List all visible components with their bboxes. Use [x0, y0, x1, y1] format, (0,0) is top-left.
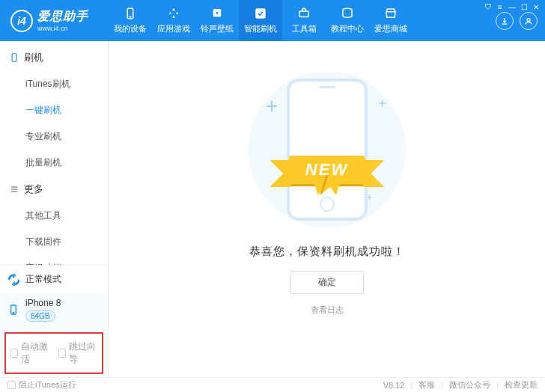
phone-illustration [287, 79, 368, 221]
flash-options-highlight: 自动激活 跳过向导 [4, 332, 103, 374]
check-update-link[interactable]: 检查更新 [505, 379, 538, 391]
wechat-link[interactable]: 微信公众号 [449, 379, 490, 391]
device-name: iPhone 8 [25, 298, 61, 308]
app-url: www.i4.cn [37, 25, 88, 32]
flash-icon [254, 7, 267, 20]
skip-guide-checkbox[interactable]: 跳过向导 [58, 340, 97, 366]
sidebar-group-flash[interactable]: 刷机 [0, 44, 108, 71]
sidebar-item-other-tools[interactable]: 其他工具 [0, 203, 108, 229]
nav-smart-flash[interactable]: 智能刷机 [239, 0, 282, 41]
storage-badge: 64GB [25, 310, 55, 322]
apps-icon [167, 7, 180, 20]
svg-rect-4 [255, 8, 266, 19]
main-content: NEW 恭喜您，保资料刷机成功啦！ 确定 查看日志 [109, 41, 545, 377]
store-icon [384, 7, 398, 20]
help-icon [341, 7, 354, 20]
nav-store[interactable]: 爱思商城 [369, 0, 412, 41]
main-nav: 我的设备 应用游戏 铃声壁纸 智能刷机 工具箱 教程中心 爱思商城 [109, 0, 412, 41]
download-button[interactable] [496, 12, 514, 30]
device-icon [124, 7, 137, 20]
new-ribbon: NEW [289, 156, 365, 184]
sidebar-item-onekey-flash[interactable]: 一键刷机 [0, 97, 108, 123]
sidebar-item-itunes-flash[interactable]: iTunes刷机 [0, 71, 108, 97]
ok-button[interactable]: 确定 [290, 271, 364, 294]
logo-icon: i4 [10, 10, 33, 32]
success-illustration: NEW [249, 71, 406, 228]
block-itunes-checkbox[interactable]: 阻止iTunes运行 [7, 379, 76, 391]
svg-point-12 [13, 312, 13, 313]
svg-point-3 [216, 12, 219, 14]
service-link[interactable]: 客服 [418, 379, 435, 391]
svg-point-6 [527, 18, 530, 21]
titlebar: i4 爱思助手 www.i4.cn 我的设备 应用游戏 铃声壁纸 智能刷机 工具… [0, 0, 545, 41]
cart-icon[interactable]: ⛉ [484, 2, 493, 11]
auto-activate-checkbox[interactable]: 自动激活 [10, 340, 49, 366]
toolbox-icon [297, 7, 311, 20]
nav-my-device[interactable]: 我的设备 [109, 0, 152, 41]
version-label: V8.12 [383, 381, 405, 390]
user-button[interactable] [520, 12, 538, 30]
ringtone-icon [210, 7, 224, 20]
svg-rect-5 [299, 11, 308, 17]
sidebar-group-more[interactable]: 更多 [0, 176, 108, 203]
sidebar: 刷机 iTunes刷机 一键刷机 专业刷机 批量刷机 更多 其他工具 下载固件 … [0, 41, 109, 377]
nav-toolbox[interactable]: 工具箱 [282, 0, 326, 41]
statusbar: 阻止iTunes运行 V8.12| 客服| 微信公众号| 检查更新 [0, 377, 545, 392]
sparkle-icon [379, 99, 386, 107]
sidebar-item-advanced[interactable]: 高级功能 [0, 255, 108, 265]
device-mode[interactable]: 正常模式 [0, 265, 108, 293]
sidebar-item-download-firmware[interactable]: 下载固件 [0, 229, 108, 255]
sparkle-icon [267, 101, 277, 111]
sidebar-item-pro-flash[interactable]: 专业刷机 [0, 123, 108, 150]
svg-rect-7 [12, 54, 16, 62]
circle-arrows-icon [7, 274, 19, 286]
app-name: 爱思助手 [37, 9, 88, 25]
more-icon [9, 184, 19, 195]
nav-apps-games[interactable]: 应用游戏 [152, 0, 195, 41]
minimize-button[interactable]: — [508, 2, 517, 11]
app-logo: i4 爱思助手 www.i4.cn [0, 9, 109, 32]
menu-icon[interactable]: ≡ [496, 2, 505, 11]
nav-ringtone-wallpaper[interactable]: 铃声壁纸 [195, 0, 239, 41]
close-button[interactable]: ✕ [532, 2, 541, 11]
nav-tutorials[interactable]: 教程中心 [326, 0, 369, 41]
phone-icon [7, 304, 19, 316]
device-mode-label: 正常模式 [25, 273, 61, 286]
phone-outline-icon [9, 52, 19, 63]
maximize-button[interactable]: ☐ [520, 2, 529, 11]
view-log-link[interactable]: 查看日志 [311, 304, 344, 316]
window-controls: ⛉ ≡ — ☐ ✕ [484, 2, 541, 11]
device-info[interactable]: iPhone 8 64GB [0, 293, 108, 329]
success-message: 恭喜您，保资料刷机成功啦！ [249, 245, 405, 259]
sidebar-item-batch-flash[interactable]: 批量刷机 [0, 150, 108, 176]
